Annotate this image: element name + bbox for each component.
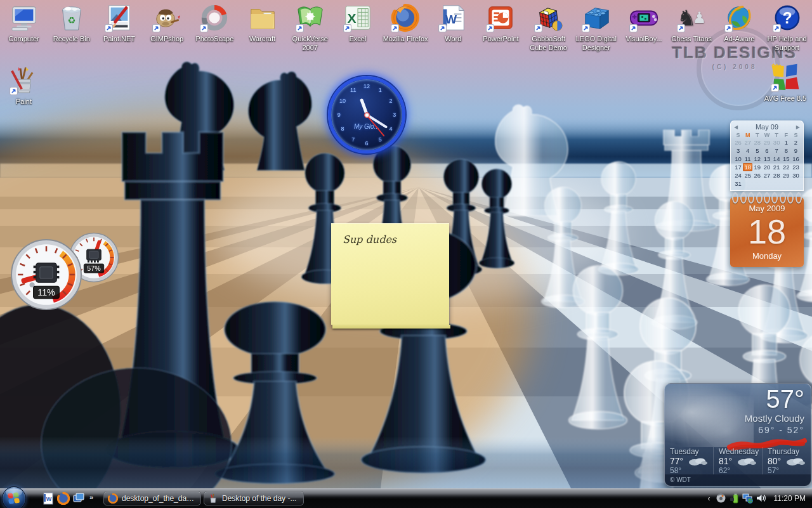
lego-brick-icon bbox=[581, 3, 612, 33]
weather-gadget[interactable]: 57° Mostly Cloudy 69° - 52° Tuesday 77° … bbox=[664, 383, 811, 486]
desktop-icon-powerpoint[interactable]: PowerPoint bbox=[477, 3, 525, 53]
desktop-icon-excel[interactable]: X Excel bbox=[334, 3, 381, 53]
taskbar: W » desktop_of_the_day.... Desktop of th… bbox=[0, 488, 812, 508]
firefox-icon bbox=[390, 3, 421, 33]
icon-label: Ad-Aware bbox=[724, 35, 754, 44]
quicklaunch-switch-windows-icon[interactable] bbox=[72, 492, 85, 505]
cloud-icon bbox=[687, 457, 707, 466]
calendar-selected-day: 18 bbox=[743, 163, 752, 171]
icon-label: LEGO Digital Designer bbox=[573, 35, 620, 53]
desktop: TLB DESIGNS (C) 2008 Computer ♻ Recycle … bbox=[0, 0, 812, 488]
weather-credit: © WDT bbox=[665, 474, 811, 486]
svg-text:?: ? bbox=[782, 9, 792, 27]
desktop-icon-warcraft[interactable]: Warcraft bbox=[239, 3, 286, 53]
taskbar-window-paint[interactable]: Desktop of the day -... bbox=[204, 491, 304, 505]
calendar-week: 262728293012 bbox=[733, 138, 801, 147]
icon-label: GabbaSoft Cube Demo bbox=[525, 35, 572, 53]
desktop-icon-adaware[interactable]: Ad-Aware bbox=[716, 3, 763, 53]
paint-cup-icon bbox=[208, 493, 218, 504]
desktop-icon-paint[interactable]: Paint bbox=[0, 65, 48, 107]
clock-face: 12 1 2 3 4 5 6 7 8 9 10 11 My Glo... bbox=[328, 76, 405, 153]
window-title: Desktop of the day -... bbox=[222, 494, 296, 503]
system-tray: ‹ 11:20 PM bbox=[708, 488, 812, 508]
power-battery-icon[interactable] bbox=[729, 493, 740, 504]
calendar-next-button[interactable]: ▶ bbox=[796, 124, 800, 130]
desktop-icon-paintnet[interactable]: Paint.NET bbox=[95, 3, 143, 53]
taskbar-clock[interactable]: 11:20 PM bbox=[774, 494, 806, 503]
avg-icon bbox=[770, 62, 801, 93]
calendar-week: 24252627282930 bbox=[733, 171, 801, 179]
volume-icon[interactable] bbox=[756, 493, 766, 504]
icon-label: QuickVerse 2007 bbox=[287, 35, 334, 53]
calendar-page-day: 18 bbox=[730, 213, 804, 250]
calendar-week: 3456789 bbox=[733, 147, 801, 155]
taskbar-window-firefox[interactable]: desktop_of_the_day.... bbox=[103, 491, 201, 505]
icon-label: Mozilla Firefox bbox=[383, 35, 428, 44]
desktop-icon-chess-titans[interactable]: ♞ ♟ Chess Titans bbox=[668, 3, 716, 53]
svg-text:X: X bbox=[347, 11, 356, 25]
desktop-icon-computer[interactable]: Computer bbox=[0, 3, 48, 53]
chess-pieces-icon: ♞ ♟ bbox=[676, 3, 707, 33]
calendar-page-month: May 2009 bbox=[730, 204, 804, 213]
calendar-week: 17181920212223 bbox=[733, 163, 801, 171]
desktop-icon-gimpshop[interactable]: GIMPshop bbox=[143, 3, 191, 53]
start-button[interactable] bbox=[2, 486, 26, 508]
tray-collapse-chevron[interactable]: ‹ bbox=[708, 494, 710, 503]
clock-gadget[interactable]: 12 1 2 3 4 5 6 7 8 9 10 11 My Glo... bbox=[328, 76, 399, 153]
desktop-icon-avg[interactable]: AVG Free 8.5 bbox=[759, 62, 812, 103]
folder-icon bbox=[247, 3, 278, 33]
quicklaunch-overflow-chevron[interactable]: » bbox=[89, 493, 93, 501]
gimpshop-icon bbox=[152, 3, 182, 33]
desktop-icon-gabbasoft[interactable]: GabbaSoft Cube Demo bbox=[525, 3, 572, 53]
cpu-gauge: 11% bbox=[10, 238, 82, 311]
quicklaunch-word-icon[interactable]: W bbox=[42, 492, 55, 505]
svg-text:♻: ♻ bbox=[67, 15, 75, 25]
help-question-icon: ? bbox=[772, 3, 802, 33]
icon-label: Paint.NET bbox=[103, 35, 135, 44]
calendar-prev-button[interactable]: ◀ bbox=[734, 124, 738, 130]
calendar-gadget[interactable]: ◀ May 09 ▶ SMTWTFS 262728293012 3456789 … bbox=[730, 120, 804, 267]
weather-high-low-range: 69° - 52° bbox=[758, 425, 804, 435]
desktop-icon-row: Computer ♻ Recycle Bin Paint.NET GIMPsho… bbox=[0, 3, 812, 53]
quicklaunch-firefox-icon[interactable] bbox=[57, 492, 70, 505]
ram-usage-value: 57% bbox=[87, 264, 101, 272]
quickverse-icon bbox=[295, 3, 325, 33]
icon-label: Chess Titans bbox=[671, 35, 712, 44]
desktop-icon-quickverse[interactable]: QuickVerse 2007 bbox=[286, 3, 334, 53]
rubiks-cube-icon bbox=[534, 3, 564, 33]
excel-icon: X bbox=[343, 3, 373, 33]
cpu-meter-gadget[interactable]: 57% 11% bbox=[8, 232, 125, 316]
desktop-icon-visualboy[interactable]: VisualBoy... bbox=[620, 3, 667, 53]
firefox-icon bbox=[108, 493, 118, 504]
icon-label: Recycle Bin bbox=[53, 35, 90, 44]
sticky-note-text[interactable]: Sup dudes bbox=[331, 223, 449, 245]
icon-label: HP Help and Support bbox=[764, 35, 811, 53]
powerpoint-icon bbox=[485, 3, 516, 33]
icon-label: Word bbox=[445, 35, 461, 44]
paintnet-icon bbox=[104, 3, 134, 33]
desktop-icon-hp-help[interactable]: ? HP Help and Support bbox=[763, 3, 811, 53]
icon-label: Computer bbox=[8, 35, 39, 44]
desktop-icon-recycle-bin[interactable]: ♻ Recycle Bin bbox=[48, 3, 95, 53]
tray-app-icon[interactable] bbox=[716, 493, 726, 504]
clock-brand: My Glo... bbox=[331, 123, 402, 130]
calendar-page-weekday: Monday bbox=[730, 251, 804, 261]
recycle-bin-icon: ♻ bbox=[56, 3, 87, 33]
paint-cup-icon bbox=[9, 65, 39, 96]
icon-label: Excel bbox=[349, 35, 366, 44]
sticky-note-gadget[interactable]: Sup dudes bbox=[331, 223, 449, 325]
gba-emulator-icon bbox=[629, 3, 659, 33]
weather-current-temp: 57° bbox=[766, 385, 805, 414]
desktop-icon-word[interactable]: W Word bbox=[429, 3, 477, 53]
desktop-icon-firefox[interactable]: Mozilla Firefox bbox=[382, 3, 429, 53]
desktop-icon-lego[interactable]: LEGO Digital Designer bbox=[572, 3, 620, 53]
icon-label: GIMPshop bbox=[150, 35, 183, 44]
computer-icon bbox=[9, 3, 39, 33]
cloud-icon bbox=[785, 457, 805, 466]
clock-center-cap bbox=[364, 112, 370, 118]
desktop-icon-photoscape[interactable]: PhotoScape bbox=[191, 3, 239, 53]
icon-label: Warcraft bbox=[249, 35, 275, 44]
word-icon: W bbox=[438, 3, 468, 33]
cpu-usage-value: 11% bbox=[37, 287, 55, 297]
network-icon[interactable] bbox=[742, 493, 753, 504]
